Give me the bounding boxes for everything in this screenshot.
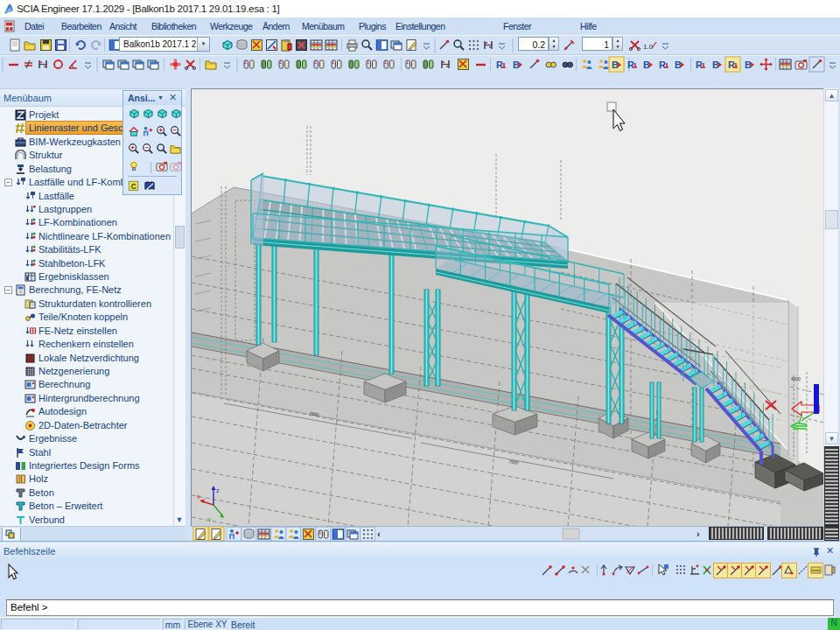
svg-text:x: x	[197, 494, 200, 500]
svg-text:‹: ‹	[377, 528, 381, 539]
svg-text:›: ›	[696, 528, 700, 539]
svg-text:Y: Y	[207, 517, 212, 523]
svg-text:1.0: 1.0	[643, 43, 654, 51]
svg-text:z: z	[216, 487, 220, 494]
